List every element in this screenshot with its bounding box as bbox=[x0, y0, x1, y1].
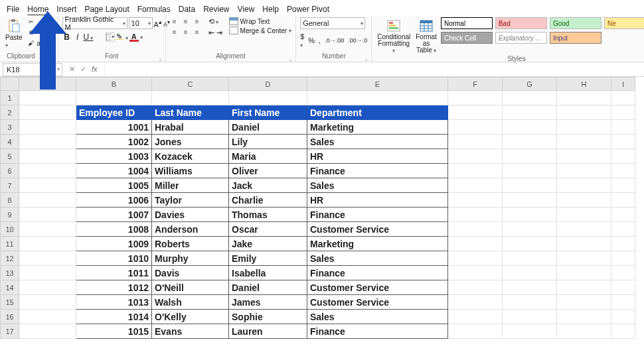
row-header[interactable]: 4 bbox=[1, 135, 19, 149]
underline-button[interactable]: U bbox=[84, 32, 94, 42]
col-header-f[interactable]: F bbox=[448, 78, 503, 91]
cell[interactable] bbox=[611, 91, 635, 105]
cell[interactable]: 1012 bbox=[76, 280, 152, 295]
cell[interactable]: Department bbox=[307, 105, 448, 120]
col-header-d[interactable]: D bbox=[229, 78, 307, 91]
row-header[interactable]: 15 bbox=[1, 295, 19, 310]
cell[interactable] bbox=[19, 149, 76, 164]
cell[interactable]: Kozacek bbox=[152, 149, 229, 164]
cell[interactable] bbox=[611, 295, 635, 310]
row-header[interactable]: 8 bbox=[1, 193, 19, 208]
cell[interactable]: Taylor bbox=[152, 193, 229, 208]
cell[interactable] bbox=[503, 208, 557, 222]
number-format-select[interactable]: General bbox=[300, 17, 365, 29]
cell[interactable]: O'Kelly bbox=[152, 310, 229, 324]
row-header[interactable]: 7 bbox=[1, 178, 19, 193]
cell[interactable] bbox=[611, 310, 635, 324]
cell[interactable] bbox=[557, 237, 611, 251]
cell[interactable] bbox=[611, 120, 635, 135]
cell[interactable] bbox=[448, 237, 503, 251]
menu-view[interactable]: View bbox=[238, 5, 255, 14]
formula-input[interactable] bbox=[104, 63, 644, 76]
cell[interactable] bbox=[503, 251, 557, 266]
cell[interactable] bbox=[611, 164, 635, 178]
cell[interactable]: Hrabal bbox=[152, 120, 229, 135]
cell[interactable]: Customer Service bbox=[307, 280, 448, 295]
cell[interactable] bbox=[503, 295, 557, 310]
cell[interactable]: HR bbox=[307, 149, 448, 164]
menu-data[interactable]: Data bbox=[179, 5, 195, 14]
cell[interactable] bbox=[19, 178, 76, 193]
accounting-format[interactable]: $ bbox=[300, 32, 304, 48]
cell[interactable] bbox=[611, 208, 635, 222]
cell[interactable] bbox=[557, 324, 611, 339]
cell[interactable] bbox=[448, 310, 503, 324]
menu-review[interactable]: Review bbox=[203, 5, 229, 14]
cell[interactable] bbox=[448, 135, 503, 149]
increase-font-button[interactable]: A▴ bbox=[154, 18, 162, 29]
row-header[interactable]: 17 bbox=[1, 324, 19, 339]
cell[interactable] bbox=[19, 164, 76, 178]
cell[interactable]: Isabella bbox=[229, 266, 307, 280]
cell[interactable]: Finance bbox=[307, 164, 448, 178]
cell[interactable] bbox=[19, 251, 76, 266]
cell[interactable] bbox=[503, 91, 557, 105]
increase-decimal[interactable]: .0→.00 bbox=[325, 37, 344, 44]
cell[interactable] bbox=[19, 208, 76, 222]
cell[interactable]: 1011 bbox=[76, 266, 152, 280]
cell[interactable]: 1015 bbox=[76, 324, 152, 339]
cell[interactable]: 1010 bbox=[76, 251, 152, 266]
style-explanatory-[interactable]: Explanatory ... bbox=[495, 32, 547, 44]
col-header-i[interactable]: I bbox=[611, 78, 635, 91]
insert-function-button[interactable]: fx bbox=[92, 65, 98, 74]
row-header[interactable]: 14 bbox=[1, 280, 19, 295]
cell[interactable] bbox=[557, 149, 611, 164]
cell[interactable] bbox=[307, 91, 448, 105]
cell[interactable] bbox=[76, 91, 152, 105]
cell[interactable] bbox=[503, 135, 557, 149]
enter-formula-button[interactable]: ✓ bbox=[80, 65, 86, 74]
cell[interactable] bbox=[557, 164, 611, 178]
cell[interactable] bbox=[503, 222, 557, 237]
cell[interactable] bbox=[611, 222, 635, 237]
cell[interactable] bbox=[611, 266, 635, 280]
cell[interactable] bbox=[503, 178, 557, 193]
cell[interactable]: Finance bbox=[307, 266, 448, 280]
cell[interactable] bbox=[448, 149, 503, 164]
style-check-cell[interactable]: Check Cell bbox=[441, 32, 493, 44]
row-header[interactable]: 12 bbox=[1, 251, 19, 266]
cell[interactable]: HR bbox=[307, 193, 448, 208]
cell[interactable]: 1006 bbox=[76, 193, 152, 208]
row-header[interactable]: 5 bbox=[1, 149, 19, 164]
format-as-table-button[interactable]: Format as Table bbox=[414, 17, 438, 55]
row-header[interactable]: 2 bbox=[1, 105, 19, 120]
align-top[interactable]: ≡ bbox=[170, 17, 179, 27]
align-right[interactable]: ≡ bbox=[193, 28, 202, 37]
cell[interactable]: Daniel bbox=[229, 280, 307, 295]
row-header[interactable]: 11 bbox=[1, 237, 19, 251]
cell[interactable] bbox=[557, 120, 611, 135]
cell[interactable] bbox=[19, 324, 76, 339]
select-all-corner[interactable] bbox=[1, 78, 19, 91]
menu-power-pivot[interactable]: Power Pivot bbox=[287, 5, 329, 14]
increase-indent[interactable]: ⇥ bbox=[216, 29, 222, 37]
cell[interactable] bbox=[448, 295, 503, 310]
cell[interactable]: Customer Service bbox=[307, 222, 448, 237]
col-header-g[interactable]: G bbox=[503, 78, 557, 91]
align-left[interactable]: ≡ bbox=[170, 28, 179, 37]
cell[interactable] bbox=[557, 178, 611, 193]
row-header[interactable]: 1 bbox=[1, 91, 19, 105]
cell[interactable]: Customer Service bbox=[307, 295, 448, 310]
cell[interactable] bbox=[557, 91, 611, 105]
cell[interactable]: Marketing bbox=[307, 120, 448, 135]
style-bad[interactable]: Bad bbox=[495, 17, 547, 29]
cell[interactable] bbox=[503, 310, 557, 324]
cell[interactable]: Davies bbox=[152, 208, 229, 222]
font-name-select[interactable]: Franklin Gothic M bbox=[62, 17, 127, 29]
cell[interactable] bbox=[448, 251, 503, 266]
cell[interactable] bbox=[503, 164, 557, 178]
cell[interactable] bbox=[503, 120, 557, 135]
cell[interactable] bbox=[503, 266, 557, 280]
cell[interactable]: O'Neill bbox=[152, 280, 229, 295]
cell[interactable]: Jack bbox=[229, 178, 307, 193]
